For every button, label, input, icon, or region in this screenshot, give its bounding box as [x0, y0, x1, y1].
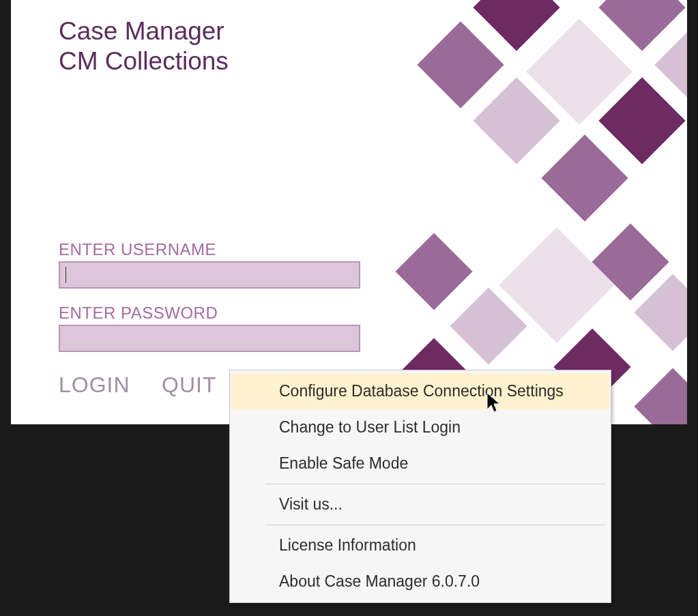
- menu-item-about[interactable]: About Case Manager 6.0.7.0: [231, 563, 609, 600]
- app-subtitle: CM Collections: [59, 46, 229, 76]
- menu-item-license[interactable]: License Information: [231, 527, 609, 563]
- menu-item-safe-mode[interactable]: Enable Safe Mode: [231, 445, 609, 482]
- app-title: Case Manager: [59, 16, 229, 46]
- password-input[interactable]: [59, 325, 360, 352]
- menu-item-user-list-login[interactable]: Change to User List Login: [231, 409, 609, 445]
- menu-item-visit-us[interactable]: Visit us...: [231, 486, 609, 523]
- quit-button[interactable]: QUIT: [162, 372, 216, 398]
- login-window: Case Manager CM Collections ENTER USERNA…: [11, 0, 687, 424]
- password-label: ENTER PASSWORD: [59, 304, 360, 323]
- username-input[interactable]: [59, 261, 360, 289]
- menu-separator: [265, 484, 605, 484]
- menu-separator: [265, 525, 605, 525]
- username-label: ENTER USERNAME: [59, 240, 360, 259]
- login-button[interactable]: LOGIN: [59, 372, 130, 398]
- context-menu: Configure Database Connection Settings C…: [229, 370, 611, 603]
- cursor-icon: [486, 392, 502, 415]
- menu-item-configure-db[interactable]: Configure Database Connection Settings: [231, 373, 609, 409]
